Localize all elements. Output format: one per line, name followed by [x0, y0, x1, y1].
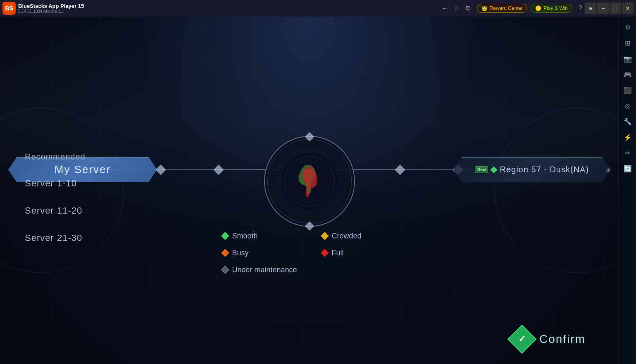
smooth-label: Smooth: [232, 232, 257, 240]
maintenance-diamond-icon: [221, 266, 229, 274]
clone-button[interactable]: ⧉: [464, 4, 473, 13]
region-button[interactable]: New Region 57 - Dusk(NA) ◈: [453, 157, 610, 182]
legend-under-maintenance: Under maintenance: [222, 266, 297, 274]
left-menu: Recommended Server 1-10 Server 11-20 Ser…: [21, 150, 90, 245]
sidebar-icon-3[interactable]: 🎮: [620, 67, 635, 82]
app-name: BlueStacks App Player 15: [18, 3, 436, 9]
settings-button[interactable]: ≡: [585, 2, 596, 14]
legend: Smooth Crowded Busy Full Under maintenan…: [222, 232, 396, 274]
nav-buttons: ← ⌂ ⧉: [441, 4, 473, 13]
right-inner-diamond: [396, 166, 404, 174]
crowded-label: Crowded: [332, 232, 362, 240]
reward-center-button[interactable]: 👑 Reward Center: [477, 4, 528, 13]
sidebar-icon-0[interactable]: ⚙: [620, 20, 635, 35]
play-win-button[interactable]: 🟡 Play & Win: [531, 4, 572, 13]
legend-crowded: Crowded: [322, 232, 397, 240]
right-sidebar: ⚙ ⊞ 📷 🎮 ⬛ ◎ 🔧 ⚡ ✏ 🔄: [619, 17, 636, 364]
sidebar-icon-2[interactable]: 📷: [620, 51, 635, 66]
smooth-diamond-icon: [221, 232, 229, 240]
sidebar-icon-1[interactable]: ⊞: [620, 36, 635, 50]
sidebar-icon-6[interactable]: 🔧: [620, 114, 635, 129]
confirm-button[interactable]: ✓ Confirm: [510, 327, 586, 352]
play-win-icon: 🟡: [535, 5, 541, 11]
busy-diamond-icon: [221, 249, 229, 257]
sidebar-icon-9[interactable]: 🔄: [620, 161, 635, 176]
back-button[interactable]: ←: [441, 4, 450, 13]
legend-full: Full: [322, 249, 397, 257]
titlebar: BS BlueStacks App Player 15 5.14.21.1004…: [0, 0, 636, 17]
home-button[interactable]: ⌂: [452, 4, 461, 13]
center-medallion: [264, 136, 355, 227]
region-label: Region 57 - Dusk(NA): [500, 165, 589, 174]
maximize-button[interactable]: □: [610, 2, 621, 14]
confirm-label: Confirm: [539, 333, 586, 346]
app-version: 5.14.21.1004 Android 11: [18, 9, 436, 14]
full-label: Full: [332, 249, 344, 257]
new-badge: New: [475, 166, 488, 173]
medallion-outer-ring: [264, 136, 355, 227]
reward-label: Reward Center: [490, 5, 523, 11]
confirm-check-icon: ✓: [518, 334, 526, 345]
close-button[interactable]: ✕: [622, 2, 634, 14]
play-win-label: Play & Win: [543, 5, 568, 11]
sidebar-icon-7[interactable]: ⚡: [620, 130, 635, 145]
window-controls: ≡ − □ ✕: [585, 2, 634, 14]
confirm-diamond-container: ✓: [510, 327, 534, 352]
full-diamond-icon: [321, 249, 329, 257]
legend-smooth: Smooth: [222, 232, 297, 240]
menu-item-server-1-10[interactable]: Server 1-10: [21, 176, 90, 191]
sidebar-icon-8[interactable]: ✏: [620, 145, 635, 160]
busy-label: Busy: [232, 249, 248, 257]
reward-icon: 👑: [481, 5, 488, 11]
game-area: My Server New Region 57 - Dusk(NA) ◈ Rec…: [0, 17, 619, 364]
maintenance-label: Under maintenance: [232, 266, 297, 274]
menu-item-server-11-20[interactable]: Server 11-20: [21, 203, 90, 218]
minimize-button[interactable]: −: [597, 2, 609, 14]
dragon-emblem-container: [281, 152, 338, 210]
menu-item-recommended[interactable]: Recommended: [21, 150, 90, 164]
sidebar-icon-5[interactable]: ◎: [620, 98, 635, 113]
app-title: BlueStacks App Player 15 5.14.21.1004 An…: [18, 3, 436, 14]
left-inner-diamond: [215, 166, 222, 174]
left-outer-diamond: [157, 166, 164, 174]
region-diamond-icon: [491, 166, 498, 173]
sidebar-icon-4[interactable]: ⬛: [620, 83, 635, 98]
crowded-diamond-icon: [321, 232, 329, 240]
menu-item-server-21-30[interactable]: Server 21-30: [21, 231, 90, 245]
legend-busy: Busy: [222, 249, 297, 257]
app-icon: BS: [2, 2, 16, 15]
help-button[interactable]: ?: [576, 4, 585, 13]
